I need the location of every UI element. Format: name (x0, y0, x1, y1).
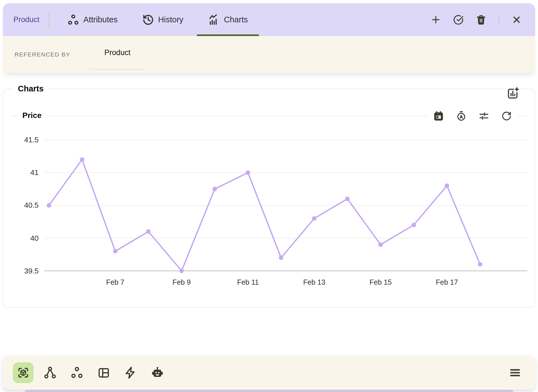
box-scan-icon (17, 366, 30, 379)
tab-attributes[interactable]: Attributes (61, 3, 124, 36)
referenced-by-bar: REFERENCED BY Product (3, 36, 535, 73)
toolbar-item-model[interactable] (13, 362, 34, 383)
toolbar-item-layout[interactable] (93, 362, 114, 383)
svg-text:41.5: 41.5 (24, 136, 39, 144)
close-icon[interactable] (511, 15, 522, 25)
toolbar-item-automations[interactable] (120, 362, 141, 383)
tab-charts[interactable]: Charts (202, 3, 254, 36)
split-icon (44, 366, 56, 379)
tab-label: Attributes (83, 15, 118, 24)
zap-icon (124, 366, 137, 379)
trash-icon[interactable] (476, 15, 486, 25)
referenced-tab-product[interactable]: Product (89, 36, 145, 70)
price-chart-panel: Price 39.54040.54141.5Feb 7Feb 9Feb 11Fe… (11, 115, 527, 303)
top-bar: Product Attributes History Charts (3, 3, 535, 36)
tab-label: History (158, 15, 183, 24)
svg-text:Feb 13: Feb 13 (303, 278, 325, 286)
charts-section-title: Charts (13, 84, 49, 93)
svg-text:40: 40 (30, 234, 39, 242)
add-chart-icon (507, 87, 519, 99)
bar-chart-icon (208, 14, 220, 26)
svg-text:39.5: 39.5 (24, 267, 39, 275)
referenced-tab-label: Product (104, 48, 130, 57)
actions-divider (499, 14, 499, 26)
svg-text:Feb 17: Feb 17 (436, 278, 458, 286)
hamburger-icon (509, 367, 521, 379)
plus-icon[interactable] (431, 15, 441, 25)
three-dots-icon (67, 14, 79, 26)
svg-text:Feb 9: Feb 9 (173, 278, 191, 286)
menu-button[interactable] (507, 364, 523, 381)
add-chart-button[interactable] (506, 86, 520, 100)
context-label: Product (13, 15, 39, 24)
svg-text:40.5: 40.5 (24, 201, 39, 209)
three-dots-icon (70, 366, 83, 379)
tab-label: Charts (224, 15, 248, 24)
charts-section: Charts Price 39.54040.54141.5Feb 7Feb 9F… (3, 89, 535, 308)
topbar-divider (49, 12, 49, 28)
toolbar-item-assistant[interactable] (147, 362, 168, 383)
toolbar-item-attributes[interactable] (67, 362, 87, 383)
bottom-toolbar (3, 356, 535, 389)
panel-layout-icon (97, 366, 110, 379)
robot-icon (151, 366, 164, 379)
next-panel-edge (25, 390, 513, 392)
tab-history[interactable]: History (136, 3, 190, 36)
svg-text:Feb 15: Feb 15 (369, 278, 391, 286)
tab-bar: Attributes History Charts (61, 3, 254, 36)
check-circle-icon[interactable] (453, 15, 464, 25)
history-icon (142, 14, 154, 26)
svg-text:Feb 7: Feb 7 (106, 278, 124, 286)
topbar-actions (431, 14, 522, 26)
svg-text:41: 41 (30, 168, 39, 177)
referenced-by-label: REFERENCED BY (15, 51, 70, 58)
svg-text:Feb 11: Feb 11 (237, 278, 259, 286)
toolbar-item-relations[interactable] (40, 362, 60, 383)
price-line-chart: 39.54040.54141.5Feb 7Feb 9Feb 11Feb 13Fe… (11, 116, 527, 303)
